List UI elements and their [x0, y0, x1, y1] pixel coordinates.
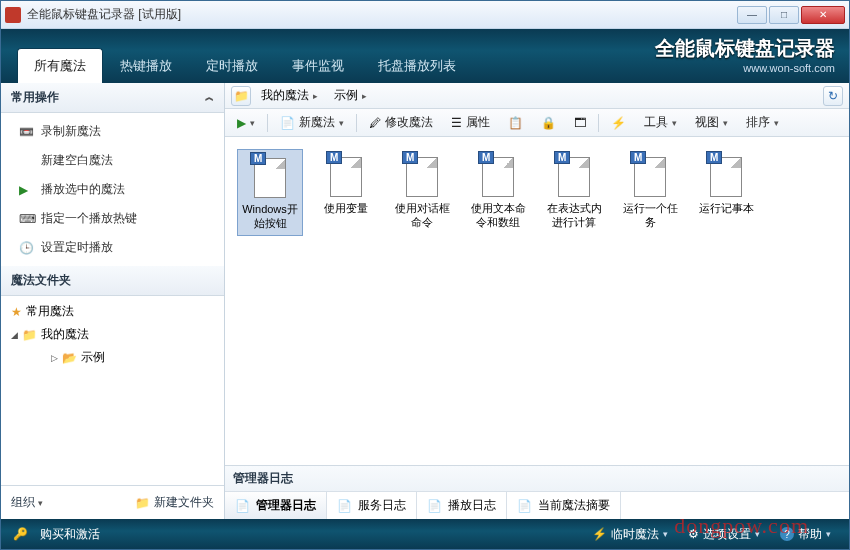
sidebar-op-label: 设置定时播放 [41, 239, 113, 256]
sidebar-section-folders[interactable]: 魔法文件夹 [1, 266, 224, 296]
status-label: 购买和激活 [40, 526, 100, 543]
record-icon: 📼 [19, 125, 33, 139]
tab-tray-playlist[interactable]: 托盘播放列表 [361, 48, 473, 83]
log-tab-service[interactable]: 📄服务日志 [327, 492, 417, 519]
tb-icon-3[interactable]: 🗔 [568, 114, 592, 132]
file-item[interactable]: M使用对话框命令 [389, 149, 455, 236]
tb-icon-2[interactable]: 🔒 [535, 114, 562, 132]
tb-icon-4[interactable]: ⚡ [605, 114, 632, 132]
toolbar: ▶▾ 📄新魔法▾ 🖉修改魔法 ☰属性 📋 🔒 🗔 ⚡ 工具▾ 视图▾ 排序▾ [225, 109, 849, 137]
refresh-icon: ↻ [828, 89, 838, 103]
tree-my[interactable]: ◢📁我的魔法 [7, 323, 224, 346]
expand-icon[interactable]: ▷ [51, 353, 58, 363]
sidebar-op-new-blank[interactable]: 新建空白魔法 [1, 146, 224, 175]
star-icon: ★ [11, 305, 22, 319]
folder-icon: 📁 [234, 89, 249, 103]
sidebar-section-ops-label: 常用操作 [11, 89, 59, 106]
file-item[interactable]: M运行一个任务 [617, 149, 683, 236]
tree-label: 常用魔法 [26, 303, 74, 320]
organize-button[interactable]: 组织 ▾ [11, 494, 43, 511]
status-label: 选项设置 [703, 526, 751, 543]
page-icon: 📄 [517, 499, 532, 513]
file-item[interactable]: M运行记事本 [693, 149, 759, 236]
task-icon: 📋 [508, 116, 523, 130]
status-label: 临时魔法 [611, 526, 659, 543]
new-folder-button[interactable]: 📁新建文件夹 [135, 494, 214, 511]
buy-activate-button[interactable]: 购买和激活 [34, 523, 106, 546]
options-button[interactable]: ⚙选项设置▾ [682, 523, 766, 546]
log-tab-manager[interactable]: 📄管理器日志 [225, 492, 327, 519]
props-button[interactable]: ☰属性 [445, 112, 496, 133]
sidebar-section-ops[interactable]: 常用操作 ︽ [1, 83, 224, 113]
minimize-button[interactable]: — [737, 6, 767, 24]
new-folder-icon: 📁 [135, 496, 150, 510]
file-name: 在表达式内进行计算 [543, 201, 605, 230]
sidebar: 常用操作 ︽ 📼录制新魔法 新建空白魔法 ▶播放选中的魔法 ⌨指定一个播放热键 … [1, 83, 225, 519]
magic-file-icon: M [480, 153, 516, 197]
sidebar-section-folders-label: 魔法文件夹 [11, 272, 71, 289]
tree-fav[interactable]: ★常用魔法 [7, 300, 224, 323]
file-name: 使用文本命令和数组 [467, 201, 529, 230]
sidebar-op-timer[interactable]: 🕒设置定时播放 [1, 233, 224, 262]
breadcrumb-child[interactable]: 示例▸ [328, 85, 373, 106]
log-tab-play[interactable]: 📄播放日志 [417, 492, 507, 519]
play-button[interactable]: ▶▾ [231, 114, 261, 132]
magic-file-icon: M [556, 153, 592, 197]
sidebar-op-hotkey[interactable]: ⌨指定一个播放热键 [1, 204, 224, 233]
file-item[interactable]: M在表达式内进行计算 [541, 149, 607, 236]
file-name: Windows开始按钮 [240, 202, 300, 231]
log-tab-label: 服务日志 [358, 497, 406, 514]
log-tab-summary[interactable]: 📄当前魔法摘要 [507, 492, 621, 519]
sidebar-op-play[interactable]: ▶播放选中的魔法 [1, 175, 224, 204]
tools-button[interactable]: 工具▾ [638, 112, 683, 133]
file-item[interactable]: MWindows开始按钮 [237, 149, 303, 236]
status-label: 帮助 [798, 526, 822, 543]
tb-icon-1[interactable]: 📋 [502, 114, 529, 132]
log-panel: 管理器日志 📄管理器日志 📄服务日志 📄播放日志 📄当前魔法摘要 [225, 465, 849, 519]
edit-magic-button[interactable]: 🖉修改魔法 [363, 112, 439, 133]
sidebar-op-record[interactable]: 📼录制新魔法 [1, 117, 224, 146]
nav-back-button[interactable]: 📁 [231, 86, 251, 106]
edit-icon: 🖉 [369, 116, 381, 130]
log-panel-title: 管理器日志 [225, 466, 849, 492]
file-item[interactable]: M使用变量 [313, 149, 379, 236]
view-button[interactable]: 视图▾ [689, 112, 734, 133]
window-title: 全能鼠标键盘记录器 [试用版] [27, 6, 737, 23]
expand-icon[interactable]: ◢ [11, 330, 18, 340]
sidebar-op-label: 录制新魔法 [41, 123, 101, 140]
file-item[interactable]: M使用文本命令和数组 [465, 149, 531, 236]
refresh-button[interactable]: ↻ [823, 86, 843, 106]
tab-all-magic[interactable]: 所有魔法 [17, 48, 103, 83]
help-icon: ? [780, 527, 794, 541]
folder-icon: 📂 [62, 351, 77, 365]
close-button[interactable]: ✕ [801, 6, 845, 24]
tab-hotkey-play[interactable]: 热键播放 [103, 48, 189, 83]
folder-icon: 📁 [22, 328, 37, 342]
tab-timed-play[interactable]: 定时播放 [189, 48, 275, 83]
new-icon: 📄 [280, 116, 295, 130]
toolbar-label: 工具 [644, 114, 668, 131]
window-icon: 🗔 [574, 116, 586, 130]
keyboard-icon: ⌨ [19, 212, 33, 226]
breadcrumb-root[interactable]: 我的魔法▸ [255, 85, 324, 106]
maximize-button[interactable]: □ [769, 6, 799, 24]
toolbar-label: 属性 [466, 114, 490, 131]
sidebar-op-label: 播放选中的魔法 [41, 181, 125, 198]
file-name: 运行一个任务 [619, 201, 681, 230]
gear-icon: ⚙ [688, 527, 699, 541]
new-magic-button[interactable]: 📄新魔法▾ [274, 112, 350, 133]
file-name: 使用变量 [315, 201, 377, 215]
statusbar: 🔑 购买和激活 ⚡临时魔法▾ ⚙选项设置▾ ?帮助▾ dongpow.com [1, 519, 849, 549]
temp-magic-button[interactable]: ⚡临时魔法▾ [586, 523, 674, 546]
sidebar-op-label: 指定一个播放热键 [41, 210, 137, 227]
sidebar-op-label: 新建空白魔法 [41, 152, 113, 169]
tab-event-watch[interactable]: 事件监视 [275, 48, 361, 83]
tree-sample[interactable]: ▷📂示例 [47, 346, 224, 369]
main-tabs: 所有魔法 热键播放 定时播放 事件监视 托盘播放列表 [17, 48, 473, 83]
sort-button[interactable]: 排序▾ [740, 112, 785, 133]
page-icon: 📄 [235, 499, 250, 513]
file-grid: MWindows开始按钮M使用变量M使用对话框命令M使用文本命令和数组M在表达式… [225, 137, 849, 465]
blank-icon [19, 154, 33, 168]
help-button[interactable]: ?帮助▾ [774, 523, 837, 546]
file-name: 运行记事本 [695, 201, 757, 215]
